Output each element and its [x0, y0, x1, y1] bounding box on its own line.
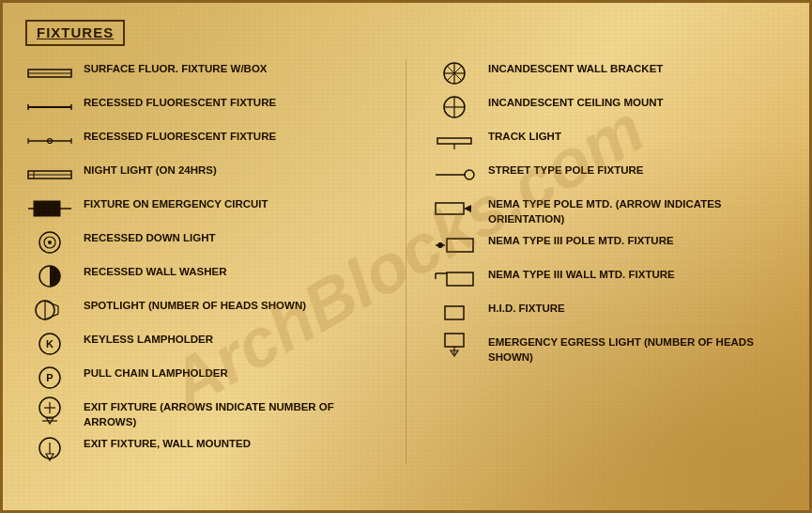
list-item: TRACK LIGHT: [430, 127, 787, 157]
list-item: SURFACE FLUOR. FIXTURE W/BOX: [25, 59, 382, 89]
fixture-label: EMERGENCY EGRESS LIGHT (NUMBER OF HEADS …: [488, 334, 787, 365]
recessed-down-icon: [25, 229, 74, 256]
recessed-wall-icon: [25, 263, 74, 289]
list-item: INCANDESCENT WALL BRACKET: [430, 59, 787, 89]
pull-chain-icon: P: [25, 365, 74, 391]
spotlight-icon: [25, 297, 74, 323]
track-light-icon: [430, 128, 479, 154]
right-column: INCANDESCENT WALL BRACKET INCANDESCENT C…: [430, 59, 787, 464]
list-item: RECESSED FLUORESCENT FIXTURE: [25, 127, 382, 157]
recessed-fluor-2-icon: [25, 128, 74, 154]
fixture-label: FIXTURE ON EMERGENCY CIRCUIT: [84, 195, 382, 212]
svg-marker-31: [46, 454, 54, 460]
svg-rect-12: [34, 201, 60, 216]
keyless-icon: K: [25, 331, 74, 357]
svg-point-47: [437, 242, 443, 248]
svg-rect-40: [437, 138, 471, 144]
fixture-label: SPOTLIGHT (NUMBER OF HEADS SHOWN): [84, 297, 382, 314]
fixture-label: H.I.D. FIXTURE: [488, 300, 787, 317]
emergency-circuit-icon: [25, 195, 74, 222]
list-item: EMERGENCY EGRESS LIGHT (NUMBER OF HEADS …: [430, 333, 787, 365]
fixture-label: RECESSED DOWN LIGHT: [84, 229, 382, 246]
list-item: RECESSED FLUORESCENT FIXTURE: [25, 93, 382, 123]
emergency-egress-icon: [430, 334, 479, 360]
title-box: FIXTURES: [25, 20, 125, 46]
fixture-label: EXIT FIXTURE (ARROWS INDICATE NUMBER OF …: [84, 398, 382, 429]
nema-iii-wall-icon: [430, 266, 479, 292]
recessed-fluor-1-icon: [25, 94, 74, 120]
svg-text:P: P: [46, 372, 53, 383]
svg-point-17: [48, 241, 52, 244]
fixture-label: NEMA TYPE POLE MTD. (ARROW INDICATES ORI…: [488, 195, 787, 226]
fixture-label: EXIT FIXTURE, WALL MOUNTED: [84, 435, 382, 452]
svg-text:K: K: [46, 338, 54, 350]
surface-fluor-icon: [25, 60, 74, 86]
fixture-label: RECESSED FLUORESCENT FIXTURE: [84, 94, 382, 111]
nema-pole-icon: [430, 195, 479, 222]
list-item: NEMA TYPE POLE MTD. (ARROW INDICATES ORI…: [430, 194, 787, 227]
svg-rect-44: [436, 203, 464, 214]
fixture-label: TRACK LIGHT: [488, 128, 787, 145]
fixture-label: RECESSED WALL WASHER: [84, 263, 382, 280]
nema-iii-pole-icon: [430, 232, 479, 258]
page: ArchBlocks.com FIXTURES SURFACE FLUOR. F…: [0, 0, 812, 513]
exit-fixture-icon: [25, 398, 74, 425]
column-divider: [406, 59, 406, 464]
night-light-icon: [25, 162, 74, 188]
street-pole-icon: [430, 162, 479, 188]
list-item: NIGHT LIGHT (ON 24HRS): [25, 161, 382, 191]
fixture-label: KEYLESS LAMPHOLDER: [84, 331, 382, 348]
list-item: INCANDESCENT CEILING MOUNT: [430, 93, 787, 123]
fixture-label: NIGHT LIGHT (ON 24HRS): [84, 162, 382, 179]
fixture-label: SURFACE FLUOR. FIXTURE W/BOX: [84, 60, 382, 77]
exit-wall-icon: [25, 435, 74, 461]
content-area: SURFACE FLUOR. FIXTURE W/BOX RECESSED FL…: [25, 59, 787, 464]
incandescent-wall-icon: [430, 60, 479, 86]
fixture-label: PULL CHAIN LAMPHOLDER: [84, 365, 382, 381]
fixture-label: STREET TYPE POLE FIXTURE: [488, 162, 787, 179]
fixture-label: RECESSED FLUORESCENT FIXTURE: [84, 128, 382, 145]
hid-icon: [430, 300, 479, 326]
left-column: SURFACE FLUOR. FIXTURE W/BOX RECESSED FL…: [25, 59, 382, 464]
list-item: SPOTLIGHT (NUMBER OF HEADS SHOWN): [25, 296, 382, 326]
list-item: P PULL CHAIN LAMPHOLDER: [25, 364, 382, 394]
incandescent-ceiling-icon: [430, 94, 479, 120]
list-item: K KEYLESS LAMPHOLDER: [25, 330, 382, 360]
fixture-label: INCANDESCENT CEILING MOUNT: [488, 94, 787, 111]
list-item: NEMA TYPE III POLE MTD. FIXTURE: [430, 231, 787, 261]
svg-rect-52: [445, 306, 464, 319]
list-item: FIXTURE ON EMERGENCY CIRCUIT: [25, 194, 382, 225]
svg-point-43: [465, 170, 474, 179]
list-item: NEMA TYPE III WALL MTD. FIXTURE: [430, 265, 787, 295]
list-item: EXIT FIXTURE (ARROWS INDICATE NUMBER OF …: [25, 397, 382, 430]
svg-rect-48: [447, 239, 473, 252]
page-title: FIXTURES: [37, 24, 114, 40]
fixture-label: INCANDESCENT WALL BRACKET: [488, 60, 787, 77]
fixture-label: NEMA TYPE III POLE MTD. FIXTURE: [488, 232, 787, 249]
list-item: STREET TYPE POLE FIXTURE: [430, 161, 787, 191]
list-item: RECESSED WALL WASHER: [25, 262, 382, 292]
list-item: EXIT FIXTURE, WALL MOUNTED: [25, 434, 382, 464]
list-item: H.I.D. FIXTURE: [430, 299, 787, 329]
svg-rect-53: [445, 334, 464, 347]
svg-marker-45: [464, 205, 471, 212]
svg-rect-51: [447, 272, 473, 286]
list-item: RECESSED DOWN LIGHT: [25, 228, 382, 258]
fixture-label: NEMA TYPE III WALL MTD. FIXTURE: [488, 266, 787, 283]
